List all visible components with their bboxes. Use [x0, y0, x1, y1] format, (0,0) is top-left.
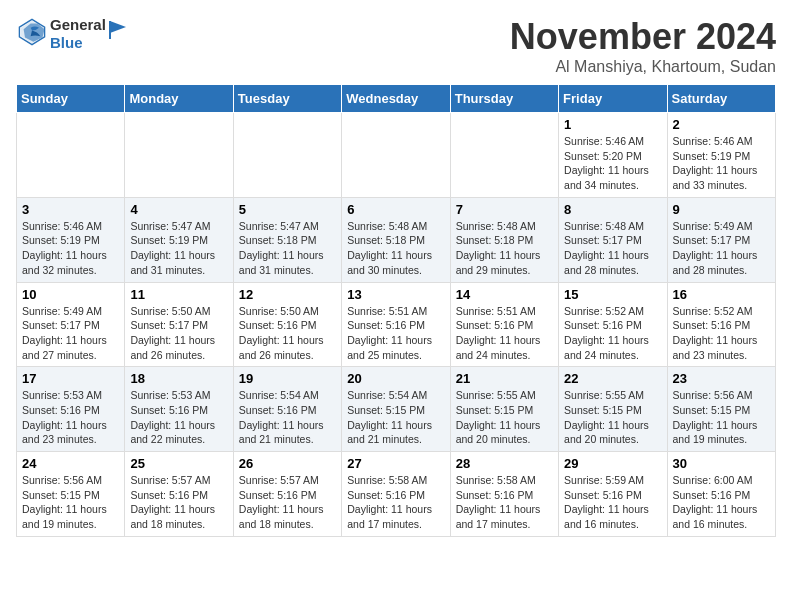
calendar-cell: 21Sunrise: 5:55 AMSunset: 5:15 PMDayligh… [450, 367, 558, 452]
calendar-cell: 19Sunrise: 5:54 AMSunset: 5:16 PMDayligh… [233, 367, 341, 452]
day-info: Sunrise: 5:57 AMSunset: 5:16 PMDaylight:… [239, 473, 336, 532]
month-title: November 2024 [510, 16, 776, 58]
calendar-cell: 28Sunrise: 5:58 AMSunset: 5:16 PMDayligh… [450, 452, 558, 537]
day-info: Sunrise: 6:00 AMSunset: 5:16 PMDaylight:… [673, 473, 770, 532]
day-info: Sunrise: 5:53 AMSunset: 5:16 PMDaylight:… [22, 388, 119, 447]
day-number: 14 [456, 287, 553, 302]
day-info: Sunrise: 5:50 AMSunset: 5:16 PMDaylight:… [239, 304, 336, 363]
day-number: 15 [564, 287, 661, 302]
calendar-cell: 23Sunrise: 5:56 AMSunset: 5:15 PMDayligh… [667, 367, 775, 452]
day-info: Sunrise: 5:47 AMSunset: 5:19 PMDaylight:… [130, 219, 227, 278]
day-info: Sunrise: 5:58 AMSunset: 5:16 PMDaylight:… [456, 473, 553, 532]
day-number: 12 [239, 287, 336, 302]
logo: General Blue [16, 16, 130, 52]
calendar-cell: 26Sunrise: 5:57 AMSunset: 5:16 PMDayligh… [233, 452, 341, 537]
weekday-header-saturday: Saturday [667, 85, 775, 113]
day-info: Sunrise: 5:50 AMSunset: 5:17 PMDaylight:… [130, 304, 227, 363]
day-number: 13 [347, 287, 444, 302]
day-number: 23 [673, 371, 770, 386]
day-number: 21 [456, 371, 553, 386]
calendar-cell: 29Sunrise: 5:59 AMSunset: 5:16 PMDayligh… [559, 452, 667, 537]
calendar-cell: 24Sunrise: 5:56 AMSunset: 5:15 PMDayligh… [17, 452, 125, 537]
calendar-cell: 3Sunrise: 5:46 AMSunset: 5:19 PMDaylight… [17, 197, 125, 282]
day-number: 25 [130, 456, 227, 471]
weekday-header-tuesday: Tuesday [233, 85, 341, 113]
day-number: 28 [456, 456, 553, 471]
weekday-header-monday: Monday [125, 85, 233, 113]
calendar-cell: 2Sunrise: 5:46 AMSunset: 5:19 PMDaylight… [667, 113, 775, 198]
day-number: 19 [239, 371, 336, 386]
logo-general: General [50, 16, 106, 34]
day-info: Sunrise: 5:56 AMSunset: 5:15 PMDaylight:… [22, 473, 119, 532]
day-number: 22 [564, 371, 661, 386]
day-number: 10 [22, 287, 119, 302]
day-number: 8 [564, 202, 661, 217]
location: Al Manshiya, Khartoum, Sudan [510, 58, 776, 76]
calendar-cell [233, 113, 341, 198]
calendar-cell: 9Sunrise: 5:49 AMSunset: 5:17 PMDaylight… [667, 197, 775, 282]
title-block: November 2024 Al Manshiya, Khartoum, Sud… [510, 16, 776, 76]
day-info: Sunrise: 5:56 AMSunset: 5:15 PMDaylight:… [673, 388, 770, 447]
day-number: 30 [673, 456, 770, 471]
day-info: Sunrise: 5:54 AMSunset: 5:15 PMDaylight:… [347, 388, 444, 447]
day-number: 27 [347, 456, 444, 471]
day-number: 18 [130, 371, 227, 386]
calendar-cell: 25Sunrise: 5:57 AMSunset: 5:16 PMDayligh… [125, 452, 233, 537]
day-number: 6 [347, 202, 444, 217]
day-number: 24 [22, 456, 119, 471]
day-info: Sunrise: 5:55 AMSunset: 5:15 PMDaylight:… [564, 388, 661, 447]
day-info: Sunrise: 5:46 AMSunset: 5:20 PMDaylight:… [564, 134, 661, 193]
calendar-cell: 17Sunrise: 5:53 AMSunset: 5:16 PMDayligh… [17, 367, 125, 452]
day-number: 1 [564, 117, 661, 132]
day-info: Sunrise: 5:51 AMSunset: 5:16 PMDaylight:… [347, 304, 444, 363]
calendar-cell: 6Sunrise: 5:48 AMSunset: 5:18 PMDaylight… [342, 197, 450, 282]
day-number: 3 [22, 202, 119, 217]
day-info: Sunrise: 5:46 AMSunset: 5:19 PMDaylight:… [22, 219, 119, 278]
calendar-cell: 18Sunrise: 5:53 AMSunset: 5:16 PMDayligh… [125, 367, 233, 452]
calendar-cell: 1Sunrise: 5:46 AMSunset: 5:20 PMDaylight… [559, 113, 667, 198]
day-number: 11 [130, 287, 227, 302]
calendar-cell: 11Sunrise: 5:50 AMSunset: 5:17 PMDayligh… [125, 282, 233, 367]
day-info: Sunrise: 5:48 AMSunset: 5:18 PMDaylight:… [347, 219, 444, 278]
calendar-cell: 12Sunrise: 5:50 AMSunset: 5:16 PMDayligh… [233, 282, 341, 367]
calendar-cell: 22Sunrise: 5:55 AMSunset: 5:15 PMDayligh… [559, 367, 667, 452]
day-info: Sunrise: 5:55 AMSunset: 5:15 PMDaylight:… [456, 388, 553, 447]
calendar-cell: 14Sunrise: 5:51 AMSunset: 5:16 PMDayligh… [450, 282, 558, 367]
day-number: 9 [673, 202, 770, 217]
calendar-cell: 7Sunrise: 5:48 AMSunset: 5:18 PMDaylight… [450, 197, 558, 282]
logo-blue: Blue [50, 34, 106, 52]
weekday-header-sunday: Sunday [17, 85, 125, 113]
day-number: 7 [456, 202, 553, 217]
calendar-cell [342, 113, 450, 198]
calendar-cell: 30Sunrise: 6:00 AMSunset: 5:16 PMDayligh… [667, 452, 775, 537]
logo-flag-icon [108, 19, 130, 41]
calendar-cell: 8Sunrise: 5:48 AMSunset: 5:17 PMDaylight… [559, 197, 667, 282]
day-info: Sunrise: 5:49 AMSunset: 5:17 PMDaylight:… [673, 219, 770, 278]
day-number: 2 [673, 117, 770, 132]
calendar-cell: 15Sunrise: 5:52 AMSunset: 5:16 PMDayligh… [559, 282, 667, 367]
day-number: 26 [239, 456, 336, 471]
calendar-cell [17, 113, 125, 198]
calendar-cell [450, 113, 558, 198]
day-info: Sunrise: 5:52 AMSunset: 5:16 PMDaylight:… [673, 304, 770, 363]
day-info: Sunrise: 5:54 AMSunset: 5:16 PMDaylight:… [239, 388, 336, 447]
day-number: 20 [347, 371, 444, 386]
calendar-cell: 5Sunrise: 5:47 AMSunset: 5:18 PMDaylight… [233, 197, 341, 282]
day-info: Sunrise: 5:52 AMSunset: 5:16 PMDaylight:… [564, 304, 661, 363]
calendar-cell: 20Sunrise: 5:54 AMSunset: 5:15 PMDayligh… [342, 367, 450, 452]
day-number: 29 [564, 456, 661, 471]
logo-icon [18, 18, 46, 46]
calendar-cell: 13Sunrise: 5:51 AMSunset: 5:16 PMDayligh… [342, 282, 450, 367]
calendar-cell: 27Sunrise: 5:58 AMSunset: 5:16 PMDayligh… [342, 452, 450, 537]
calendar-cell: 10Sunrise: 5:49 AMSunset: 5:17 PMDayligh… [17, 282, 125, 367]
weekday-header-thursday: Thursday [450, 85, 558, 113]
calendar-table: SundayMondayTuesdayWednesdayThursdayFrid… [16, 84, 776, 537]
day-info: Sunrise: 5:57 AMSunset: 5:16 PMDaylight:… [130, 473, 227, 532]
day-number: 5 [239, 202, 336, 217]
calendar-cell [125, 113, 233, 198]
weekday-header-friday: Friday [559, 85, 667, 113]
day-info: Sunrise: 5:59 AMSunset: 5:16 PMDaylight:… [564, 473, 661, 532]
day-info: Sunrise: 5:48 AMSunset: 5:18 PMDaylight:… [456, 219, 553, 278]
day-info: Sunrise: 5:48 AMSunset: 5:17 PMDaylight:… [564, 219, 661, 278]
day-number: 4 [130, 202, 227, 217]
